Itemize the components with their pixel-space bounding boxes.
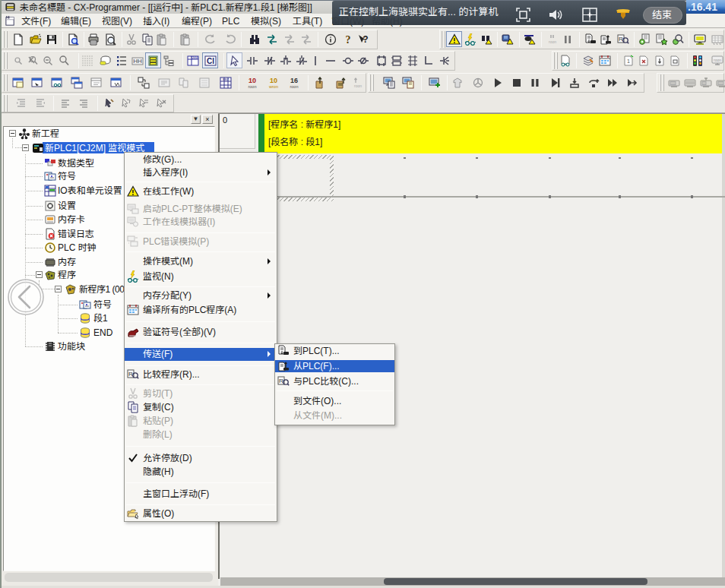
svg-text:10: 10	[270, 77, 277, 84]
svg-text:?: ?	[346, 34, 351, 46]
svg-text:SMA: SMA	[191, 56, 198, 60]
svg-text:BBZ: BBZ	[223, 77, 229, 81]
svg-text:roon: roon	[290, 84, 298, 89]
svg-text:10: 10	[249, 77, 256, 84]
svg-text:roon: roon	[714, 58, 721, 62]
svg-text:?: ?	[362, 34, 368, 45]
svg-text:roon: roon	[549, 40, 556, 44]
svg-text:16: 16	[290, 77, 298, 84]
svg-text:wron: wron	[268, 84, 278, 89]
svg-text:HH: HH	[133, 58, 142, 65]
svg-text:roon: roon	[248, 84, 256, 89]
svg-text:roon: roon	[354, 84, 362, 88]
svg-text:R: R	[128, 371, 133, 378]
svg-text:R: R	[619, 36, 623, 43]
svg-text:R: R	[279, 378, 283, 384]
svg-text:CI: CI	[207, 57, 214, 65]
svg-text:1: 1	[627, 58, 630, 64]
